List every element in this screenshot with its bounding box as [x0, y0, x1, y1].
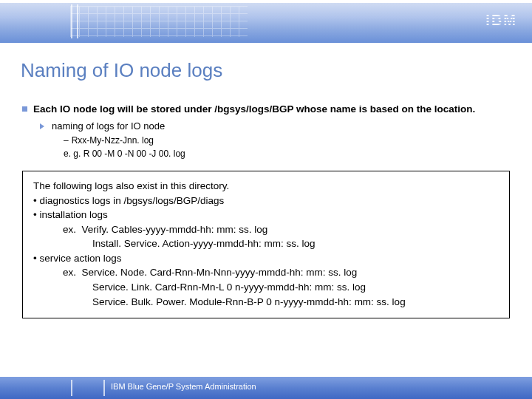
page-title: Naming of IO node logs: [21, 59, 532, 82]
example-line: e. g. R 00 -M 0 -N 00 -J 00. log: [64, 148, 510, 160]
box-intro: The following logs also exist in this di…: [33, 179, 499, 194]
square-bullet-icon: [22, 106, 27, 112]
footer-text: IBM Blue Gene/P System Administration: [111, 382, 256, 391]
pattern-line: –Rxx-My-Nzz-Jnn. log: [64, 134, 510, 147]
box-line: Service. Bulk. Power. Module-Rnn-B-P 0 n…: [33, 295, 499, 310]
box-line: Install. Service. Action-yyyy-mmdd-hh: m…: [33, 236, 499, 251]
sub-bullet-item: naming of logs for IO node: [40, 120, 510, 132]
header-grid-decoration: [70, 6, 248, 37]
detail-lines: –Rxx-My-Nzz-Jnn. log e. g. R 00 -M 0 -N …: [64, 134, 510, 160]
bullet-item: Each IO node log will be stored under /b…: [22, 103, 510, 116]
box-line: ex. Service. Node. Card-Rnn-Mn-Nnn-yyyy-…: [33, 265, 499, 280]
footer-divider: [103, 380, 105, 396]
box-line: Service. Link. Card-Rnn-Mn-L 0 n-yyyy-mm…: [33, 280, 499, 295]
info-box: The following logs also exist in this di…: [22, 171, 510, 318]
header-divider: [71, 4, 72, 38]
content-area: Each IO node log will be stored under /b…: [22, 103, 510, 160]
box-line: ex. Verify. Cables-yyyy-mmdd-hh: mm: ss.…: [33, 222, 499, 237]
triangle-bullet-icon: [40, 123, 44, 129]
box-line: • installation logs: [33, 208, 499, 222]
header-divider: [77, 4, 78, 38]
box-line: • diagnostics logs in /bgsys/logs/BGP/di…: [33, 194, 499, 208]
sub-bullet-text: naming of logs for IO node: [52, 120, 165, 132]
box-line: • service action logs: [33, 251, 499, 266]
ibm-logo: IBM: [485, 12, 517, 29]
footer-band: IBM Blue Gene/P System Administration: [0, 377, 532, 399]
header-accent: [0, 0, 532, 3]
header-band: IBM: [0, 0, 532, 43]
footer-divider: [71, 380, 72, 396]
bullet-text: Each IO node log will be stored under /b…: [33, 103, 475, 116]
